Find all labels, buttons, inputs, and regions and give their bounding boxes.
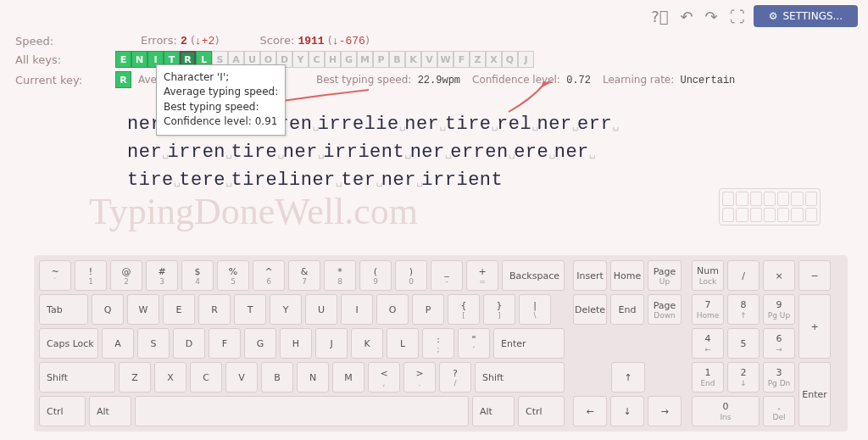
key-chip-N[interactable]: N (131, 51, 147, 68)
key-punct[interactable]: ?/ (439, 362, 471, 393)
key-num5[interactable]: 5 (727, 328, 760, 359)
key-num6[interactable]: 6→ (763, 328, 795, 359)
key-home[interactable]: Home (610, 260, 644, 291)
key-2[interactable]: @2 (110, 260, 142, 291)
key-capslock[interactable]: Caps Lock (39, 328, 98, 359)
key-backspace[interactable]: Backspace (502, 260, 565, 291)
key-numdiv[interactable]: / (727, 260, 760, 291)
key-num4[interactable]: 4← (692, 328, 724, 359)
key-arrow-down[interactable]: ↓ (610, 396, 644, 426)
key-S[interactable]: S (137, 328, 170, 359)
key-0[interactable]: )0 (395, 260, 427, 291)
key-chip-Y[interactable]: Y (292, 51, 309, 68)
key-nummul[interactable]: × (763, 260, 795, 291)
key-chip-G[interactable]: G (341, 51, 357, 68)
key-bracket[interactable]: }] (483, 294, 515, 325)
key-ctrl[interactable]: Ctrl (39, 396, 86, 426)
key-J[interactable]: J (315, 328, 348, 359)
key-5[interactable]: %5 (217, 260, 249, 291)
key-7[interactable]: &7 (288, 260, 320, 291)
key-6[interactable]: ^6 (253, 260, 285, 291)
key-4[interactable]: $4 (181, 260, 214, 291)
key-alt[interactable]: Alt (89, 396, 131, 426)
key-chip-J[interactable]: J (518, 51, 534, 68)
key-num2[interactable]: 2↓ (727, 362, 760, 393)
key-chip-C[interactable]: C (309, 51, 325, 68)
key-L[interactable]: L (387, 328, 419, 359)
key-arrow-up[interactable]: ↑ (611, 362, 645, 393)
key-T[interactable]: T (234, 294, 266, 325)
key-punct[interactable]: >. (403, 362, 436, 393)
key-chip-M[interactable]: M (357, 51, 373, 68)
key--[interactable]: _- (431, 260, 463, 291)
key-F[interactable]: F (209, 328, 241, 359)
key-chip-Z[interactable]: Z (470, 51, 486, 68)
key-I[interactable]: I (341, 294, 373, 325)
key-punct[interactable]: :; (422, 328, 454, 359)
key-G[interactable]: G (244, 328, 276, 359)
help-icon[interactable]: ?⃝ (648, 6, 671, 27)
key-alt[interactable]: Alt (472, 396, 515, 426)
key-H[interactable]: H (280, 328, 312, 359)
key-U[interactable]: U (305, 294, 337, 325)
key-chip-K[interactable]: K (405, 51, 421, 68)
key-chip-B[interactable]: B (389, 51, 405, 68)
key-numsub[interactable]: − (798, 260, 831, 291)
key-=[interactable]: += (466, 260, 498, 291)
key-9[interactable]: (9 (359, 260, 392, 291)
key-X[interactable]: X (154, 362, 186, 393)
key-8[interactable]: *8 (324, 260, 356, 291)
key-numlock[interactable]: NumLock (692, 260, 724, 291)
key-D[interactable]: D (173, 328, 205, 359)
fullscreen-icon[interactable]: ⛶ (726, 6, 748, 27)
key-chip-H[interactable]: H (325, 51, 341, 68)
key-shift[interactable]: Shift (475, 362, 565, 393)
settings-button[interactable]: ⚙ SETTINGS... (754, 5, 858, 27)
key-insert[interactable]: Insert (573, 260, 607, 291)
key-chip-V[interactable]: V (421, 51, 437, 68)
key-O[interactable]: O (376, 294, 409, 325)
key-K[interactable]: K (351, 328, 383, 359)
key-space[interactable] (135, 396, 469, 426)
key-E[interactable]: E (163, 294, 195, 325)
key-3[interactable]: #3 (146, 260, 178, 291)
key-1[interactable]: !1 (75, 260, 107, 291)
key-bracket[interactable]: {[ (448, 294, 480, 325)
key-ctrl[interactable]: Ctrl (518, 396, 565, 426)
key-punct[interactable]: <, (368, 362, 400, 393)
key-shift[interactable]: Shift (39, 362, 115, 393)
key-end[interactable]: End (610, 294, 644, 325)
key-Z[interactable]: Z (119, 362, 151, 393)
key-arrow-right[interactable]: → (648, 396, 682, 426)
key-C[interactable]: C (190, 362, 222, 393)
key-num9[interactable]: 9Pg Up (763, 294, 795, 325)
key-tab[interactable]: Tab (39, 294, 88, 325)
key-B[interactable]: B (261, 362, 293, 393)
key-chip-P[interactable]: P (373, 51, 389, 68)
key-M[interactable]: M (332, 362, 364, 393)
key-pageup[interactable]: PageUp (648, 260, 682, 291)
key-num1[interactable]: 1End (692, 362, 724, 393)
key-V[interactable]: V (225, 362, 258, 393)
undo-icon[interactable]: ↶ (677, 6, 697, 27)
key-`[interactable]: ~` (39, 260, 71, 291)
key-chip-X[interactable]: X (486, 51, 502, 68)
key-pagedown[interactable]: PageDown (648, 294, 682, 325)
key-num3[interactable]: 3Pg Dn (763, 362, 795, 393)
key-chip-Q[interactable]: Q (502, 51, 518, 68)
key-num8[interactable]: 8↑ (727, 294, 760, 325)
key-chip-E[interactable]: E (115, 51, 131, 68)
redo-icon[interactable]: ↷ (702, 6, 721, 27)
key-Y[interactable]: Y (270, 294, 302, 325)
key-N[interactable]: N (297, 362, 329, 393)
key-enter[interactable]: Enter (493, 328, 565, 359)
key-W[interactable]: W (127, 294, 159, 325)
key-chip-W[interactable]: W (437, 51, 453, 68)
key-chip-F[interactable]: F (453, 51, 470, 68)
key-P[interactable]: P (412, 294, 444, 325)
key-numdec[interactable]: .Del (763, 396, 795, 426)
key-bracket[interactable]: |\ (519, 294, 551, 325)
key-num7[interactable]: 7Home (692, 294, 724, 325)
key-delete[interactable]: Delete (573, 294, 607, 325)
key-num0[interactable]: 0Ins (692, 396, 760, 426)
